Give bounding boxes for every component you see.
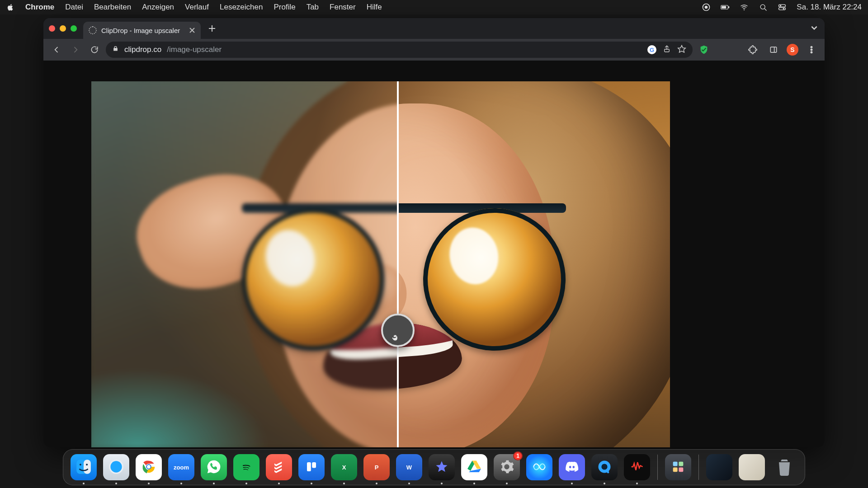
extension-3-icon[interactable]: [730, 45, 740, 55]
dock-app-zoom[interactable]: zoom: [168, 454, 194, 480]
svg-point-22: [811, 52, 812, 53]
dock-app-drive[interactable]: [461, 454, 487, 480]
dock-app-quicktime[interactable]: [591, 454, 618, 480]
address-bar[interactable]: clipdrop.co/image-upscaler G: [106, 42, 693, 58]
nav-back-button[interactable]: [49, 42, 64, 57]
active-app-name[interactable]: Chrome: [25, 3, 54, 12]
grab-cursor-icon: [391, 333, 399, 342]
side-panel-button[interactable]: [766, 42, 781, 57]
control-center-icon[interactable]: [778, 3, 787, 12]
svg-rect-3: [722, 6, 726, 9]
svg-rect-4: [729, 6, 730, 8]
menu-tab[interactable]: Tab: [307, 3, 319, 12]
window-close-button[interactable]: [49, 25, 55, 32]
dock-separator: [698, 455, 699, 480]
svg-rect-35: [307, 462, 311, 471]
svg-point-33: [147, 465, 151, 469]
dock-app-powerpoint[interactable]: P: [363, 454, 390, 480]
svg-point-6: [761, 5, 765, 9]
image-before: [91, 81, 398, 447]
svg-point-5: [744, 9, 745, 10]
dock-app-chrome[interactable]: [136, 454, 162, 480]
window-minimize-button[interactable]: [60, 25, 66, 32]
image-compare-widget[interactable]: [91, 81, 670, 447]
extension-2-icon[interactable]: [714, 45, 724, 55]
svg-rect-45: [679, 461, 683, 466]
dock-app-imovie[interactable]: [429, 454, 455, 480]
svg-line-7: [765, 9, 767, 10]
lock-icon[interactable]: [112, 45, 119, 54]
battery-icon[interactable]: [721, 3, 730, 12]
extension-shield-icon[interactable]: [699, 45, 709, 55]
svg-rect-9: [779, 8, 786, 10]
window-controls: [49, 25, 77, 32]
svg-rect-8: [779, 5, 786, 7]
tab-close-button[interactable]: [188, 26, 196, 34]
tab-favicon-icon: [89, 26, 97, 34]
google-account-chip-icon[interactable]: G: [647, 45, 656, 54]
share-button[interactable]: [663, 45, 671, 55]
dock-app-word[interactable]: W: [396, 454, 422, 480]
dock-app-safari[interactable]: [103, 454, 129, 480]
dock-separator: [657, 455, 658, 480]
menu-bearbeiten[interactable]: Bearbeiten: [94, 3, 131, 12]
dock-app-settings[interactable]: 1: [494, 454, 520, 480]
menu-lesezeichen[interactable]: Lesezeichen: [220, 3, 263, 12]
window-fullscreen-button[interactable]: [71, 25, 77, 32]
dock-launchpad-icon[interactable]: [665, 454, 691, 480]
svg-marker-17: [678, 45, 686, 52]
menu-datei[interactable]: Datei: [65, 3, 83, 12]
svg-rect-46: [673, 467, 678, 472]
tab-title: ClipDrop - Image upscaler: [101, 27, 180, 34]
dock-app-excel[interactable]: X: [331, 454, 357, 480]
profile-avatar-button[interactable]: S: [787, 44, 798, 56]
dock-app-discord[interactable]: [559, 454, 585, 480]
dock-app-finder[interactable]: [71, 454, 97, 480]
menu-fenster[interactable]: Fenster: [330, 3, 356, 12]
extensions-area: S: [696, 42, 819, 57]
dock-app-voice-memos[interactable]: [624, 454, 650, 480]
bookmark-star-button[interactable]: [677, 44, 686, 56]
dock-trash-icon[interactable]: [771, 454, 797, 480]
dock-app-trello[interactable]: [298, 454, 325, 480]
menu-verlauf[interactable]: Verlauf: [185, 3, 209, 12]
extensions-puzzle-button[interactable]: [745, 42, 760, 57]
svg-rect-44: [673, 461, 678, 466]
dock-minimized-window-1[interactable]: [706, 454, 732, 480]
chrome-menu-button[interactable]: [804, 42, 819, 57]
dock-app-siri[interactable]: [526, 454, 552, 480]
spotlight-search-icon[interactable]: [759, 3, 768, 12]
nav-reload-button[interactable]: [87, 42, 102, 57]
svg-marker-37: [436, 461, 448, 472]
svg-rect-36: [312, 462, 316, 468]
svg-point-42: [601, 464, 607, 469]
screen-record-icon[interactable]: [702, 3, 711, 12]
apple-logo-icon[interactable]: [6, 3, 14, 11]
compare-divider[interactable]: [397, 81, 399, 447]
tab-strip: ClipDrop - Image upscaler: [43, 18, 825, 39]
wifi-icon[interactable]: [740, 3, 749, 12]
dock-app-spotify[interactable]: [233, 454, 259, 480]
svg-point-25: [80, 464, 81, 465]
tab-overflow-button[interactable]: [810, 23, 818, 33]
macos-dock: zoomXPW1: [63, 449, 805, 485]
svg-point-21: [811, 49, 812, 50]
browser-tab-active[interactable]: ClipDrop - Image upscaler: [83, 22, 201, 39]
menubar-datetime[interactable]: Sa. 18. März 22:24: [797, 3, 862, 12]
url-host: clipdrop.co: [124, 45, 161, 54]
chrome-window: ClipDrop - Image upscaler clipdrop.co/im…: [43, 18, 825, 447]
nav-forward-button[interactable]: [68, 42, 83, 57]
page-viewport: [43, 61, 825, 447]
menu-anzeigen[interactable]: Anzeigen: [142, 3, 174, 12]
svg-point-11: [783, 8, 784, 9]
macos-menubar: Chrome Datei Bearbeiten Anzeigen Verlauf…: [0, 0, 868, 14]
compare-slider-handle[interactable]: [381, 314, 415, 347]
dock-minimized-window-2[interactable]: [739, 454, 765, 480]
menu-hilfe[interactable]: Hilfe: [367, 3, 382, 12]
menu-profile[interactable]: Profile: [274, 3, 295, 12]
svg-point-28: [110, 461, 122, 472]
svg-rect-18: [770, 47, 776, 52]
dock-app-whatsapp[interactable]: [201, 454, 227, 480]
dock-app-todoist[interactable]: [266, 454, 292, 480]
new-tab-button[interactable]: [205, 22, 219, 35]
